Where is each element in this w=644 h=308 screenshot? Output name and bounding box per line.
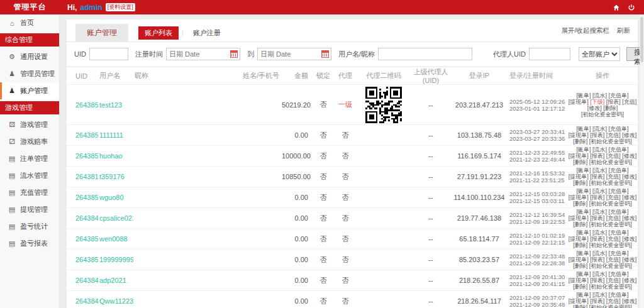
op-link[interactable]: [报表]	[590, 194, 604, 201]
op-link[interactable]: [删除]	[573, 180, 587, 186]
op-link[interactable]: [账单]	[576, 92, 591, 99]
op-link[interactable]: [提现单]	[569, 153, 589, 159]
op-link[interactable]: [流水]	[592, 250, 607, 256]
op-link[interactable]: [删除]	[573, 138, 587, 145]
op-link[interactable]: [账单]	[576, 292, 591, 298]
op-link[interactable]: [账单]	[576, 188, 591, 194]
uid-link[interactable]: 2643852	[75, 256, 98, 263]
op-link[interactable]: [充值]	[622, 99, 636, 105]
op-link[interactable]: [账单]	[576, 167, 591, 173]
op-link[interactable]: [初始化资金密码]	[589, 221, 632, 228]
op-link[interactable]: [充值单]	[609, 292, 629, 298]
qr-code-image[interactable]	[365, 87, 402, 123]
sidebar-item-flow-management[interactable]: ▤流水管理	[0, 167, 59, 184]
account-type-select[interactable]: 全部账户	[579, 47, 620, 61]
op-link[interactable]: [修改]	[622, 194, 636, 201]
op-link[interactable]: [流水]	[592, 271, 607, 277]
op-link[interactable]: [流水]	[592, 229, 607, 236]
agent-uid-input[interactable]	[529, 48, 570, 60]
op-link[interactable]: [充值单]	[609, 209, 629, 215]
sidebar-item-profit-report[interactable]: ▤盈亏报表	[0, 235, 59, 252]
sidebar-item-account-management[interactable]: ♟账户管理	[0, 82, 59, 99]
refresh-link[interactable]: 刷新	[617, 26, 630, 35]
username-link[interactable]: wguo80	[99, 194, 124, 201]
toggle-search-link[interactable]: 展开/收起搜索栏	[562, 26, 609, 35]
sidebar-item-game-odds[interactable]: ⚂游戏赔率	[0, 133, 59, 150]
op-link[interactable]: [提现单]	[569, 215, 589, 221]
op-link[interactable]: [报表]	[590, 215, 604, 221]
op-link[interactable]: [充值]	[606, 215, 621, 221]
power-icon[interactable]	[628, 4, 635, 11]
op-link[interactable]: [修改]	[622, 215, 636, 221]
op-link[interactable]: [删除]	[573, 283, 587, 290]
op-link[interactable]: [修改]	[622, 298, 636, 304]
op-link[interactable]: [初始化资金密码]	[589, 180, 632, 186]
home-icon[interactable]	[613, 4, 620, 11]
op-link[interactable]: [流水]	[592, 167, 607, 173]
op-link[interactable]: [删除]	[573, 159, 587, 165]
sidebar-item-home[interactable]: ⌂首页	[0, 14, 59, 31]
op-link[interactable]: [报表]	[590, 153, 604, 159]
profile-settings-link[interactable]: [资料设置]	[106, 3, 135, 11]
op-link[interactable]: [充值]	[606, 236, 621, 242]
op-link[interactable]: [流水]	[592, 209, 607, 215]
op-link[interactable]: [修改]	[622, 256, 636, 263]
date-from-input[interactable]	[166, 48, 240, 60]
calendar-icon[interactable]	[321, 50, 329, 58]
uid-link[interactable]: 2643855	[75, 152, 98, 160]
op-link[interactable]: [充值]	[606, 256, 621, 263]
op-link[interactable]: [删除]	[573, 242, 587, 248]
op-link[interactable]: [充值单]	[609, 250, 629, 256]
sidebar-item-general-settings[interactable]: ⚙通用设置	[0, 48, 59, 65]
username-input[interactable]	[378, 48, 472, 60]
op-link[interactable]: [充值]	[606, 153, 621, 159]
op-link[interactable]: [初始化资金密码]	[589, 242, 632, 248]
op-link[interactable]: [下级]	[590, 99, 604, 105]
calendar-icon[interactable]	[230, 50, 238, 58]
op-link[interactable]: [提现单]	[569, 298, 589, 304]
username-link[interactable]: wen0088	[99, 235, 128, 243]
op-link[interactable]: [充值单]	[609, 188, 629, 194]
op-link[interactable]: [初始化资金密码]	[581, 111, 624, 118]
op-link[interactable]: [提现单]	[569, 194, 589, 201]
op-link[interactable]: [账单]	[576, 250, 591, 256]
op-link[interactable]: [充值]	[606, 194, 621, 201]
username-link[interactable]: 19999999999	[99, 256, 133, 263]
scrollbar-thumb[interactable]	[640, 17, 643, 62]
op-link[interactable]: [修改]	[622, 236, 636, 242]
op-link[interactable]: [删除]	[573, 221, 587, 228]
op-link[interactable]: [提现单]	[569, 132, 589, 138]
uid-link[interactable]: 2643851	[75, 235, 98, 243]
username-link[interactable]: t359176	[99, 173, 125, 180]
sidebar-item-game-management[interactable]: ⚄游戏管理	[0, 116, 59, 133]
sidebar-item-profit-stats[interactable]: ▤盈亏统计	[0, 218, 59, 235]
op-link[interactable]: [流水]	[592, 126, 607, 132]
op-link[interactable]: [充值单]	[609, 229, 629, 236]
op-link[interactable]: [充值单]	[609, 126, 629, 132]
sidebar-item-recharge-management[interactable]: ▤充值管理	[0, 184, 59, 201]
op-link[interactable]: [报表]	[590, 236, 604, 242]
op-link[interactable]: [流水]	[592, 292, 607, 298]
op-link[interactable]: [修改]	[622, 277, 636, 283]
sidebar-item-admin-management[interactable]: ♟管理员管理	[0, 65, 59, 82]
op-link[interactable]: [修改]	[587, 105, 602, 111]
op-link[interactable]: [删除]	[573, 263, 587, 269]
op-link[interactable]: [账单]	[576, 126, 591, 132]
op-link[interactable]: [账单]	[576, 146, 591, 153]
username-link[interactable]: huohao	[99, 152, 123, 160]
op-link[interactable]: [报表]	[590, 277, 604, 283]
op-link[interactable]: [提现单]	[569, 277, 589, 283]
op-link[interactable]: [初始化资金密码]	[589, 201, 632, 207]
op-link[interactable]: [初始化资金密码]	[589, 283, 632, 290]
op-link[interactable]: [充值单]	[609, 271, 629, 277]
sidebar-item-withdraw-management[interactable]: ▤提现管理	[0, 201, 59, 218]
uid-link[interactable]: 2643810	[75, 173, 98, 180]
sidebar-item-bet-orders[interactable]: ▤注单管理	[0, 150, 59, 167]
op-link[interactable]: [提现单]	[569, 99, 589, 105]
tab-account-list[interactable]: 账户列表	[138, 26, 179, 40]
scrollbar-track[interactable]	[640, 14, 644, 308]
op-link[interactable]: [报表]	[590, 298, 604, 304]
op-link[interactable]: [报表]	[590, 256, 604, 263]
uid-link[interactable]: 2643849	[75, 277, 98, 284]
op-link[interactable]: [提现单]	[569, 236, 589, 242]
